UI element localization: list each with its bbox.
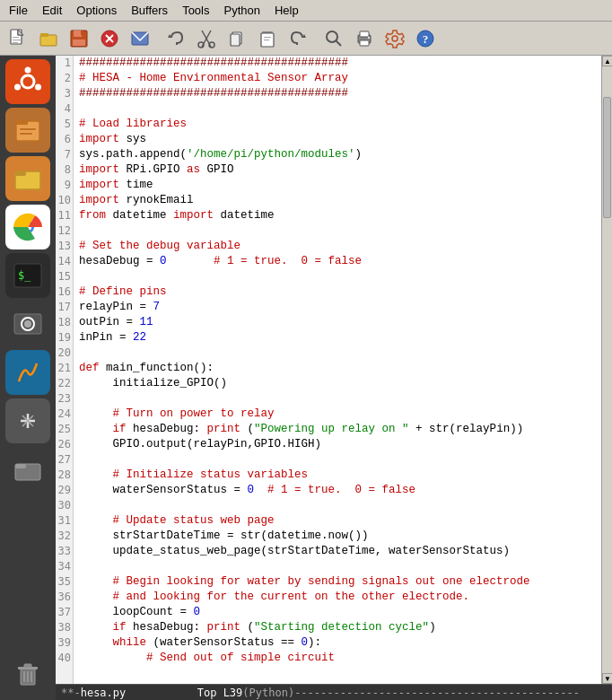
svg-point-55 [24, 320, 31, 328]
scroll-up-button[interactable]: ▲ [602, 56, 612, 66]
line-number: 36 [58, 590, 71, 605]
svg-rect-2 [13, 37, 19, 38]
svg-text:?: ? [423, 32, 429, 46]
svg-point-33 [368, 37, 370, 39]
line-number: 14 [58, 254, 71, 269]
line-number: 26 [58, 437, 71, 452]
svg-rect-9 [74, 31, 82, 37]
line-number: 31 [58, 513, 71, 529]
line-number: 34 [58, 559, 71, 574]
draw-icon[interactable] [5, 350, 50, 395]
svg-rect-25 [264, 37, 271, 38]
paste-button[interactable] [253, 24, 282, 53]
tools-icon[interactable] [5, 398, 50, 443]
app-dock: $_ [0, 56, 56, 700]
code-content[interactable]: ########################################… [74, 56, 601, 684]
line-number: 19 [58, 330, 71, 346]
line-number: 11 [58, 208, 71, 223]
settings-button[interactable] [380, 24, 409, 53]
svg-rect-31 [360, 31, 369, 37]
folder-icon[interactable] [5, 156, 50, 201]
svg-line-29 [337, 40, 342, 46]
svg-rect-66 [24, 664, 31, 668]
line-number: 25 [58, 422, 71, 437]
svg-rect-3 [13, 39, 21, 40]
main-area: $_ 1 2 3 4 [0, 56, 612, 700]
svg-point-41 [14, 84, 21, 91]
copy-button[interactable] [223, 24, 251, 53]
menu-help[interactable]: Help [267, 2, 306, 19]
print-button[interactable] [350, 24, 379, 53]
help-button[interactable]: ? [411, 24, 440, 53]
svg-point-39 [25, 67, 31, 74]
svg-rect-10 [81, 31, 83, 35]
svg-point-34 [392, 36, 398, 41]
save-button[interactable] [65, 24, 93, 53]
svg-rect-11 [73, 39, 85, 46]
scroll-thumb[interactable] [603, 97, 611, 218]
line-number: 28 [58, 468, 71, 483]
line-number: 39 [58, 635, 71, 651]
svg-rect-4 [13, 42, 18, 43]
line-number: 21 [58, 361, 71, 376]
line-number: 24 [58, 407, 71, 422]
menu-tools[interactable]: Tools [175, 2, 216, 19]
search-toolbar-button[interactable] [319, 24, 348, 53]
chrome-icon[interactable] [5, 205, 50, 249]
line-number: 10 [58, 193, 71, 208]
redo-button[interactable] [284, 24, 312, 53]
menu-python[interactable]: Python [216, 2, 267, 19]
line-number: 12 [58, 223, 71, 239]
menu-file[interactable]: File [2, 2, 35, 19]
undo-button[interactable] [162, 24, 190, 53]
line-number: 18 [58, 315, 71, 330]
filename-status: hesa.py [81, 687, 127, 699]
svg-rect-47 [15, 171, 26, 176]
files-icon[interactable] [5, 108, 50, 153]
line-number: 7 [65, 147, 71, 162]
cut-button[interactable] [192, 24, 221, 53]
code-editor[interactable]: 1 2 3 4 5 6 7 8 9 10 11 12 13 14 15 16 1… [56, 56, 612, 684]
svg-rect-26 [264, 39, 269, 40]
line-numbers: 1 2 3 4 5 6 7 8 9 10 11 12 13 14 15 16 1… [56, 56, 74, 684]
menubar: File Edit Options Buffers Tools Python H… [0, 0, 612, 22]
folder2-icon[interactable] [5, 447, 50, 492]
line-number: 22 [58, 376, 71, 391]
line-number: 37 [58, 605, 71, 620]
line-position: Top L39 [197, 687, 243, 699]
ubuntu-icon[interactable] [5, 59, 50, 104]
vertical-scrollbar[interactable]: ▲ ▼ [601, 56, 612, 684]
line-number: 32 [58, 529, 71, 544]
svg-point-28 [327, 31, 337, 42]
line-number: 33 [58, 544, 71, 559]
scroll-down-button[interactable]: ▼ [602, 673, 612, 684]
line-number: 20 [58, 346, 71, 361]
svg-rect-44 [20, 128, 36, 130]
line-number: 16 [58, 284, 71, 300]
open-button[interactable] [34, 24, 63, 53]
mode-status: (Python) [242, 687, 294, 699]
line-number: 17 [58, 300, 71, 315]
camera-icon[interactable] [5, 302, 50, 346]
line-number: 8 [65, 162, 71, 178]
terminal-icon[interactable]: $_ [5, 253, 50, 298]
close-button[interactable] [95, 24, 124, 53]
line-number: 5 [65, 117, 71, 132]
svg-rect-32 [360, 40, 369, 46]
svg-text:$_: $_ [18, 269, 31, 282]
send-button[interactable] [126, 24, 154, 53]
trash-icon[interactable] [5, 652, 50, 696]
line-number: 4 [65, 101, 71, 117]
svg-rect-22 [231, 34, 240, 46]
line-number: 23 [58, 391, 71, 407]
line-number: 2 [65, 71, 71, 86]
menu-options[interactable]: Options [69, 2, 124, 19]
menu-edit[interactable]: Edit [35, 2, 69, 19]
cursor-indicator: **- [61, 687, 81, 699]
line-number: 1 [65, 56, 71, 71]
new-button[interactable] [4, 24, 32, 53]
line-number: 30 [58, 498, 71, 513]
line-number: 38 [58, 620, 71, 635]
line-number: 15 [58, 269, 71, 284]
menu-buffers[interactable]: Buffers [124, 2, 175, 19]
